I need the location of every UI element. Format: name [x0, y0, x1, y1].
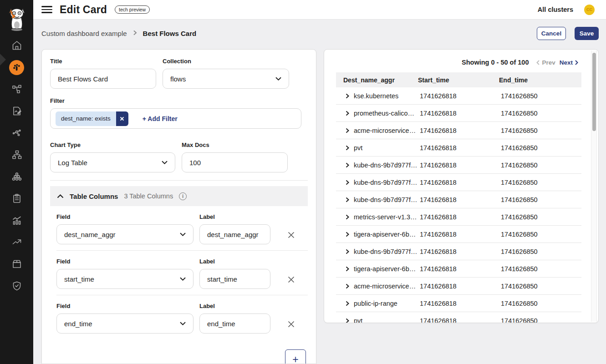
- end-time-cell: 1741626850: [499, 213, 581, 221]
- label-input[interactable]: [199, 224, 270, 244]
- max-docs-label: Max Docs: [182, 142, 288, 148]
- table-scrollbar-thumb[interactable]: [592, 53, 596, 131]
- stats-chart-icon[interactable]: [0, 209, 33, 231]
- cluster-selector[interactable]: All clusters: [538, 6, 573, 13]
- chevron-down-icon: [275, 77, 281, 81]
- info-icon[interactable]: i: [179, 192, 187, 200]
- label-label: Label: [199, 213, 270, 220]
- chart-type-select[interactable]: Log Table: [50, 152, 175, 172]
- table-row[interactable]: acme-microservice… 1741626818 1741626850: [336, 122, 581, 139]
- home-icon[interactable]: [0, 35, 33, 56]
- prev-page-button[interactable]: Prev: [536, 59, 555, 66]
- chevron-right-expand-icon[interactable]: [346, 145, 349, 151]
- results-table: Dest_name_aggr Start_time End_time kse.k…: [336, 72, 581, 323]
- table-header-row: Dest_name_aggr Start_time End_time: [336, 72, 581, 87]
- title-input[interactable]: [50, 69, 156, 89]
- title-field-label: Title: [50, 58, 156, 65]
- table-row[interactable]: kube-dns-9b7d977f… 1741626818 1741626850: [336, 157, 581, 174]
- sidebar-nav: [0, 35, 33, 297]
- table-row[interactable]: pvt 1741626818 1741626850: [336, 312, 581, 323]
- table-row[interactable]: prometheus-calico… 1741626818 1741626850: [336, 105, 581, 122]
- start-time-cell: 1741626818: [418, 248, 499, 255]
- field-label: Field: [56, 303, 194, 309]
- log-table-preview-panel: Showing 0 - 50 of 100 Prev Next Dest_nam…: [324, 49, 599, 323]
- field-select[interactable]: end_time: [56, 313, 194, 334]
- table-row[interactable]: pvt 1741626818 1741626850: [336, 139, 581, 157]
- clipboard-icon[interactable]: [0, 187, 33, 209]
- chevron-right-expand-icon[interactable]: [346, 111, 349, 116]
- remove-filter-button[interactable]: [116, 111, 128, 126]
- table-row[interactable]: public-ip-range 1741626818 1741626850: [336, 295, 581, 312]
- cluster-circles-icon[interactable]: [0, 166, 33, 187]
- start-time-cell: 1741626818: [418, 92, 499, 100]
- start-time-cell: 1741626818: [418, 162, 499, 169]
- label-input[interactable]: [199, 313, 270, 334]
- remove-column-button[interactable]: [287, 320, 295, 328]
- add-column-button[interactable]: +: [285, 349, 306, 364]
- end-time-cell: 1741626850: [499, 179, 581, 186]
- collection-select[interactable]: flows: [163, 69, 289, 89]
- start-time-cell: 1741626818: [418, 213, 499, 221]
- trend-arrow-icon[interactable]: [0, 231, 33, 253]
- max-docs-input[interactable]: [182, 152, 288, 172]
- table-row[interactable]: kube-dns-9b7d977f… 1741626818 1741626850: [336, 174, 581, 191]
- chevron-right-expand-icon[interactable]: [346, 318, 349, 324]
- chevron-right-expand-icon[interactable]: [346, 180, 349, 185]
- tree-hierarchy-icon[interactable]: [0, 144, 33, 166]
- label-label: Label: [199, 258, 270, 265]
- table-row[interactable]: acme-microservice… 1741626818 1741626850: [336, 278, 581, 295]
- package-icon[interactable]: [0, 253, 33, 275]
- save-button[interactable]: Save: [575, 27, 599, 40]
- remove-column-button[interactable]: [287, 231, 295, 239]
- table-row[interactable]: tigera-apiserver-6b… 1741626818 17416268…: [336, 226, 581, 243]
- chevron-down-icon: [180, 277, 186, 281]
- report-edit-icon[interactable]: [0, 100, 33, 122]
- table-column-row: Field start_time Label: [56, 250, 308, 295]
- chevron-up-icon[interactable]: [57, 192, 64, 200]
- end-time-cell: 1741626850: [499, 248, 581, 255]
- chevron-right-expand-icon[interactable]: [346, 162, 349, 168]
- chevron-right-expand-icon[interactable]: [346, 232, 349, 237]
- next-page-button[interactable]: Next: [560, 59, 578, 66]
- chevron-right-expand-icon[interactable]: [346, 249, 349, 254]
- chevron-right-expand-icon[interactable]: [346, 266, 349, 272]
- table-row[interactable]: kse.kubernetes 1741626818 1741626850: [336, 87, 581, 105]
- chevron-right-expand-icon[interactable]: [346, 128, 349, 133]
- label-input[interactable]: [199, 269, 270, 289]
- chevron-right-expand-icon[interactable]: [346, 214, 349, 220]
- table-column-row: Field end_time Label: [56, 295, 308, 339]
- chevron-down-icon: [180, 322, 186, 325]
- card-editor-panel: Title Collection flows Filter dest_name:…: [41, 49, 316, 364]
- table-scrollbar-track[interactable]: [591, 51, 597, 322]
- chevron-right-expand-icon[interactable]: [346, 283, 349, 289]
- start-time-cell: 1741626818: [418, 179, 499, 186]
- start-time-cell: 1741626818: [418, 300, 499, 307]
- chevron-down-icon: [180, 233, 186, 236]
- field-select[interactable]: start_time: [56, 269, 194, 289]
- table-column-row: Field dest_name_aggr Label: [56, 206, 308, 250]
- table-row[interactable]: kube-dns-9b7d977f… 1741626818 1741626850: [336, 191, 581, 208]
- table-row[interactable]: kube-dns-9b7d977f… 1741626818 1741626850: [336, 243, 581, 260]
- field-select[interactable]: dest_name_aggr: [56, 224, 194, 244]
- filter-box: dest_name: exists + Add Filter: [50, 108, 301, 129]
- add-filter-link[interactable]: + Add Filter: [143, 115, 178, 122]
- remove-column-button[interactable]: [287, 276, 295, 283]
- graph-nodes-icon[interactable]: [0, 122, 33, 144]
- chevron-right-expand-icon[interactable]: [346, 197, 349, 202]
- dest-name-cell: prometheus-calico…: [354, 110, 414, 117]
- table-columns-section-header[interactable]: Table Columns 3 Table Columns i: [50, 186, 308, 206]
- topology-icon[interactable]: [0, 78, 33, 100]
- breadcrumb-parent-link[interactable]: Custom dashboard example: [41, 30, 127, 37]
- label-label: Label: [199, 303, 270, 309]
- cancel-button[interactable]: Cancel: [537, 27, 566, 40]
- table-columns-count: 3 Table Columns: [124, 192, 173, 200]
- start-time-cell: 1741626818: [418, 317, 499, 324]
- hamburger-menu-icon[interactable]: [41, 4, 52, 15]
- chevron-right-expand-icon[interactable]: [346, 301, 349, 306]
- user-avatar[interactable]: CC: [584, 5, 595, 15]
- table-row[interactable]: tigera-apiserver-6b… 1741626818 17416268…: [336, 260, 581, 278]
- sidebar-wedge-decoration: [0, 54, 6, 66]
- table-row[interactable]: metrics-server-v1.3… 1741626818 17416268…: [336, 208, 581, 226]
- shield-check-icon[interactable]: [0, 275, 33, 297]
- chevron-right-expand-icon[interactable]: [346, 93, 349, 99]
